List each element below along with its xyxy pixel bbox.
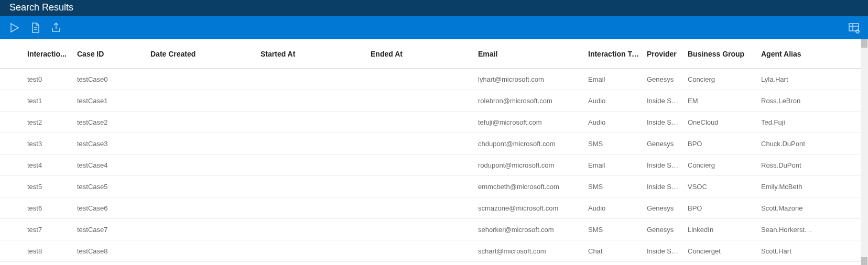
cell-caseid: testCase8 (77, 247, 150, 255)
cell-interaction: test1 (27, 97, 77, 105)
cell-bgroup: BPO (688, 204, 761, 212)
cell-bgroup: Concierget (688, 247, 761, 255)
grid-header-row: Interactio... Case ID Date Created Start… (0, 39, 861, 69)
col-caseid-header[interactable]: Case ID (77, 50, 150, 58)
cell-interaction: test7 (27, 226, 77, 234)
cell-provider: Genesys (647, 140, 688, 148)
cell-type: SMS (588, 140, 647, 148)
cell-provider: Inside Sal... (647, 247, 688, 255)
cell-type: Email (588, 75, 647, 83)
col-start-header[interactable]: Started At (261, 50, 371, 58)
cell-type: Chat (588, 247, 647, 255)
cell-email: sehorker@microsoft.com (478, 226, 588, 234)
cell-interaction: test8 (27, 247, 77, 255)
cell-agent: Ted.Fuji (761, 118, 819, 126)
table-row[interactable]: test6testCase6scmazone@microsoft.comAudi… (0, 197, 861, 219)
table-settings-icon[interactable] (847, 21, 861, 35)
cell-caseid: testCase3 (77, 140, 150, 148)
cell-caseid: testCase0 (77, 75, 150, 83)
play-icon[interactable] (7, 21, 21, 35)
document-icon[interactable] (28, 21, 42, 35)
cell-bgroup: Concierg (688, 75, 761, 83)
col-type-header[interactable]: Interaction Ty... (588, 50, 647, 58)
col-provider-header[interactable]: Provider (647, 50, 688, 58)
cell-interaction: test5 (27, 183, 77, 191)
table-row[interactable]: test0testCase0lyhart@microsoft.comEmailG… (0, 69, 861, 90)
cell-agent: Chuck.DuPont (761, 140, 819, 148)
cell-email: chdupont@microsoft.com (478, 140, 588, 148)
col-date-header[interactable]: Date Created (150, 50, 261, 58)
cell-provider: Inside Sal... (647, 97, 688, 105)
cell-agent: Ross.DuPont (761, 161, 819, 169)
cell-agent: Ross.LeBron (761, 97, 819, 105)
cell-caseid: testCase2 (77, 118, 150, 126)
table-row[interactable]: test1testCase1rolebron@microsoft.comAudi… (0, 90, 861, 112)
toolbar (0, 16, 868, 39)
cell-agent: Lyla.Hart (761, 75, 819, 83)
cell-provider: Genesys (647, 204, 688, 212)
cell-bgroup: OneCloud (688, 118, 761, 126)
cell-agent: Emily.McBeth (761, 183, 819, 191)
cell-agent: Scott.Hart (761, 247, 819, 255)
col-agent-header[interactable]: Agent Alias (761, 50, 819, 58)
cell-email: rolebron@microsoft.com (478, 97, 588, 105)
cell-type: SMS (588, 226, 647, 234)
cell-caseid: testCase6 (77, 204, 150, 212)
col-end-header[interactable]: Ended At (371, 50, 478, 58)
cell-type: Audio (588, 97, 647, 105)
cell-bgroup: Concierg (688, 161, 761, 169)
scrollbar[interactable] (861, 39, 868, 265)
cell-type: Email (588, 161, 647, 169)
cell-provider: Inside Sal... (647, 183, 688, 191)
cell-type: Audio (588, 204, 647, 212)
cell-type: SMS (588, 183, 647, 191)
svg-marker-0 (11, 24, 18, 32)
table-row[interactable]: test8testCase8schart@microsoft.comChatIn… (0, 240, 861, 262)
results-grid: Interactio... Case ID Date Created Start… (0, 39, 861, 265)
table-row[interactable]: test7testCase7sehorker@microsoft.comSMSG… (0, 219, 861, 240)
cell-caseid: testCase1 (77, 97, 150, 105)
cell-email: schart@microsoft.com (478, 247, 588, 255)
page-title: Search Results (0, 0, 868, 16)
cell-interaction: test3 (27, 140, 77, 148)
cell-interaction: test6 (27, 204, 77, 212)
cell-bgroup: VSOC (688, 183, 761, 191)
cell-bgroup: LinkedIn (688, 226, 761, 234)
cell-agent: Scott.Mazone (761, 204, 819, 212)
table-row[interactable]: test2testCase2tefuji@microsoft.comAudioI… (0, 112, 861, 133)
cell-interaction: test0 (27, 75, 77, 83)
table-row[interactable]: test3testCase3chdupont@microsoft.comSMSG… (0, 133, 861, 154)
cell-bgroup: BPO (688, 140, 761, 148)
cell-agent: Sean.Horkerstork... (761, 226, 819, 234)
cell-provider: Genesys (647, 226, 688, 234)
scrollbar-up-thumb[interactable] (861, 39, 867, 48)
cell-provider: Inside Sal... (647, 118, 688, 126)
cell-caseid: testCase5 (77, 183, 150, 191)
scrollbar-down-thumb[interactable] (861, 257, 867, 265)
table-row[interactable]: test5testCase5emmcbeth@microsoft.comSMSI… (0, 176, 861, 197)
col-interaction-header[interactable]: Interactio... (27, 50, 77, 58)
table-row[interactable]: test4testCase4rodupont@microsoft.comEmai… (0, 154, 861, 176)
col-bgroup-header[interactable]: Business Group (688, 50, 761, 58)
cell-email: scmazone@microsoft.com (478, 204, 588, 212)
cell-type: Audio (588, 118, 647, 126)
cell-bgroup: EM (688, 97, 761, 105)
cell-provider: Genesys (647, 75, 688, 83)
cell-email: lyhart@microsoft.com (478, 75, 588, 83)
cell-email: rodupont@microsoft.com (478, 161, 588, 169)
svg-point-6 (856, 30, 859, 33)
share-icon[interactable] (49, 21, 63, 35)
cell-provider: Inside Sal... (647, 161, 688, 169)
cell-caseid: testCase4 (77, 161, 150, 169)
cell-email: emmcbeth@microsoft.com (478, 183, 588, 191)
cell-caseid: testCase7 (77, 226, 150, 234)
cell-interaction: test2 (27, 118, 77, 126)
cell-email: tefuji@microsoft.com (478, 118, 588, 126)
cell-interaction: test4 (27, 161, 77, 169)
col-email-header[interactable]: Email (478, 50, 588, 58)
